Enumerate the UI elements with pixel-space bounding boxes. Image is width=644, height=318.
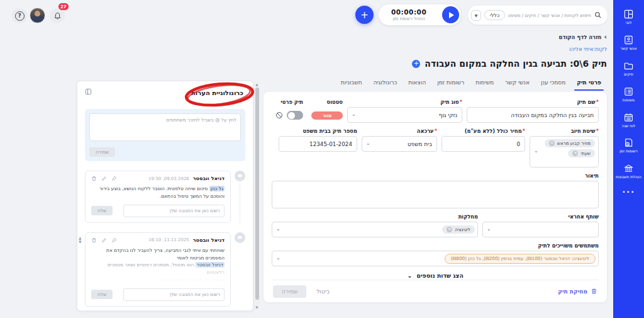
cancel-button[interactable]: ביטול: [316, 288, 330, 295]
search-input[interactable]: חיפוש לקוחות / אנשי קשר / תיקים / משימות: [508, 13, 591, 18]
contacts-icon: [624, 35, 633, 45]
help-button[interactable]: ?: [12, 8, 27, 23]
tab-contacts[interactable]: אנשי קשר: [499, 76, 535, 91]
tab-tasks[interactable]: משימות: [470, 76, 499, 91]
reply-input[interactable]: [123, 288, 225, 301]
sidebar-item-cases[interactable]: תיקים: [613, 56, 644, 82]
page-title: תיק 6\0: תביעה בגין החלקה במקום העבודה: [425, 59, 607, 69]
court-label: ערכאה: [417, 128, 434, 134]
tab-case-details[interactable]: פרטי תיק: [571, 76, 607, 91]
private-case-toggle[interactable]: [287, 111, 303, 120]
note-timestamp: 19:30 ,09.03.2026: [148, 176, 189, 181]
sidebar-more-button[interactable]: •••: [622, 189, 635, 195]
sidebar-item-calendar[interactable]: לוח שנה: [613, 108, 644, 133]
quick-add-button[interactable]: +: [355, 6, 374, 24]
expand-panel-button[interactable]: [85, 88, 92, 95]
lobby-icon: [624, 9, 633, 19]
responsible-partner-label: שותף אחראי: [482, 213, 599, 220]
search-icon: [594, 11, 602, 19]
tab-cloud-documents[interactable]: מסמכי ענן: [535, 76, 571, 91]
cases-icon: [624, 61, 633, 71]
note-text: שוחחתי עם איתי לגבי התביעה, צריך להעביר …: [91, 247, 225, 284]
notes-panel-title: כרונולוגיית הערות: [191, 87, 245, 96]
send-reply-button[interactable]: שלח: [91, 290, 113, 299]
description-textarea[interactable]: [272, 181, 599, 208]
court-select[interactable]: בית משפט ⌄: [362, 136, 437, 152]
scrollbar-thumb[interactable]: [255, 88, 259, 300]
pencil-icon[interactable]: [101, 237, 107, 243]
responsible-partner-select[interactable]: ⌄: [482, 222, 599, 237]
tab-time-records[interactable]: רשומות זמן: [431, 76, 470, 91]
comment-avatar-icon: [237, 173, 243, 179]
expand-note-control[interactable]: ▲ ▼: [79, 236, 82, 244]
court-case-number-input[interactable]: [279, 136, 357, 152]
comment-avatar: [235, 232, 245, 243]
globe-icon: [275, 111, 283, 119]
show-more-chevron-icon: ⌄: [407, 272, 412, 279]
timer-label: התחל רשומת זמן: [392, 16, 425, 22]
sidebar-item-accounting[interactable]: הנהלת חשבונות: [613, 159, 644, 185]
note-item: ▲ ▼ דניאל וובסטר 16:10 ,11.11.2025: [85, 232, 245, 307]
help-icon: ?: [15, 11, 25, 21]
tab-chronology[interactable]: כרונולוגיה: [368, 76, 403, 91]
sidebar-item-contacts[interactable]: אנשי קשר: [613, 30, 644, 56]
trash-icon[interactable]: [91, 237, 97, 243]
user-mention[interactable]: דניאל וובסטר: [196, 262, 225, 268]
billing-method-multiselect[interactable]: מחיר קבוע מראש✕ שעתי✕ ⌄: [530, 136, 599, 168]
note-card: ▲ ▼ דניאל וובסטר 16:10 ,11.11.2025: [85, 232, 231, 307]
scope-chevron-icon[interactable]: ▼: [471, 10, 481, 21]
tag-remove-icon[interactable]: ✕: [549, 140, 555, 146]
panel-scrollbar[interactable]: ▲ ▼: [254, 82, 260, 310]
notification-badge: 27: [58, 3, 69, 11]
departments-multiselect[interactable]: ליטיגציה✕ ⌄: [272, 222, 478, 237]
save-button[interactable]: שמירה: [273, 285, 306, 298]
pencil-icon[interactable]: [101, 176, 107, 181]
case-type-label: סוג תיק: [440, 99, 458, 105]
delete-case-button[interactable]: מחיקת תיק: [558, 288, 597, 295]
sort-down-icon[interactable]: ▼: [79, 240, 82, 244]
search-scope-select[interactable]: כללי: [484, 10, 505, 20]
departments-label: מחלקות: [272, 213, 478, 220]
pin-icon[interactable]: [111, 237, 117, 243]
timer-widget[interactable]: 00:00:00 התחל רשומת זמן: [379, 4, 461, 25]
assigned-users-multiselect[interactable]: ליטיגציה: דניאל וובסטר (₪100), עמית בנימ…: [272, 251, 599, 266]
note-composer: שמירה: [85, 109, 245, 161]
case-type-select[interactable]: נזקי גוף ⌄: [347, 107, 462, 123]
department-tag: ליטיגציה✕: [442, 225, 475, 234]
back-link[interactable]: › חזרה לדף הקודם: [0, 34, 607, 40]
tag-remove-icon[interactable]: ✕: [572, 150, 578, 156]
sidebar-item-lobby[interactable]: לובי: [613, 4, 644, 30]
note-composer-textarea[interactable]: [89, 113, 241, 141]
reply-input[interactable]: [123, 205, 225, 217]
case-name-input[interactable]: [467, 107, 599, 123]
start-timer-button[interactable]: [442, 6, 459, 23]
tab-expenses[interactable]: הוצאות: [402, 76, 431, 91]
scrollbar-up-icon[interactable]: ▲: [254, 82, 260, 86]
status-badge: סגור: [311, 111, 343, 120]
scrollbar-down-icon[interactable]: ▼: [254, 305, 260, 309]
title-add-icon[interactable]: +: [412, 60, 420, 68]
notes-chronology-panel: כרונולוגיית הערות שמירה דניאל וובסטר: [77, 81, 253, 311]
global-search[interactable]: חיפוש לקוחות / אנשי קשר / תיקים / משימות…: [468, 6, 608, 25]
timeline-connector: [240, 183, 241, 223]
chevron-down-icon: ⌄: [534, 148, 538, 154]
user-mention[interactable]: גל כהן: [209, 186, 225, 191]
form-footer: מחיקת תיק ביטול שמירה: [272, 280, 599, 302]
user-avatar[interactable]: [30, 8, 45, 23]
composer-save-button[interactable]: שמירה: [89, 147, 115, 157]
client-link[interactable]: לקוח:איתי אליהו: [569, 46, 607, 52]
sidebar-item-time-records[interactable]: רשומות זמן: [613, 133, 644, 159]
tab-invoices[interactable]: חשבוניות: [335, 76, 368, 91]
sidebar-item-tasks[interactable]: משימות: [613, 82, 644, 108]
trash-icon[interactable]: [91, 176, 97, 181]
main-sidebar: לובי אנשי קשר תיקים משימות לוח שנה רשומו…: [613, 0, 644, 318]
play-icon: [449, 12, 454, 18]
tag-remove-icon[interactable]: ✕: [447, 227, 452, 232]
show-more-fields-button[interactable]: הצג שדות נוספים ⌄: [272, 272, 599, 279]
chevron-down-icon: ⌄: [276, 226, 280, 232]
send-reply-button[interactable]: שלח: [91, 206, 113, 215]
accounting-icon: [624, 164, 633, 173]
total-price-input[interactable]: [441, 136, 525, 152]
pin-icon[interactable]: [111, 176, 117, 181]
billing-method-label: שיטת חיוב: [571, 128, 596, 134]
